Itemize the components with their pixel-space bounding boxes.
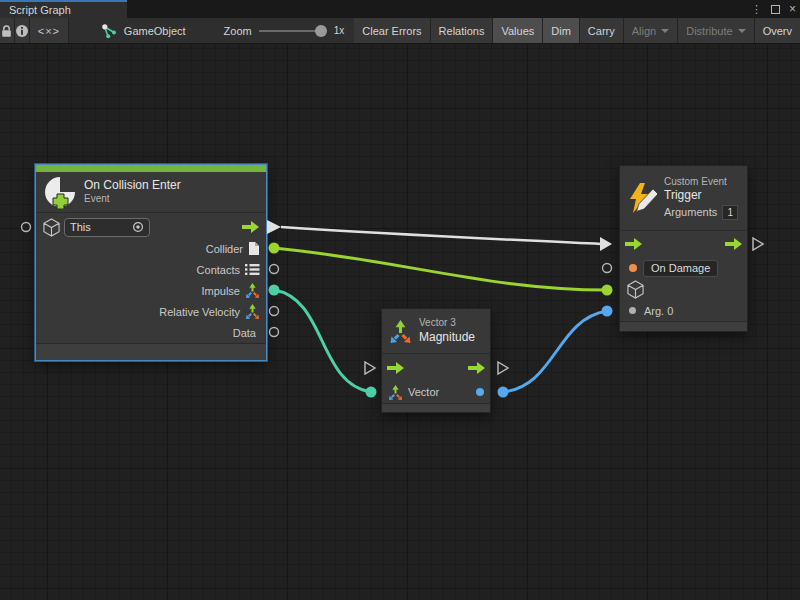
relations-button[interactable]: Relations [431,18,494,43]
graph-target[interactable]: GameObject [69,18,196,43]
event-node-color-strip [36,165,266,172]
zoom-label: Zoom [224,25,252,37]
port-row-contacts[interactable]: Contacts [36,259,266,280]
target-value: This [70,221,128,233]
vector3-icon [245,283,260,298]
code-view-label: <×> [38,25,60,37]
clear-errors-button[interactable]: Clear Errors [354,18,430,43]
zoom-slider-handle[interactable] [315,25,327,37]
dim-toggle[interactable]: Dim [543,18,580,43]
event-name-in-port[interactable] [603,264,612,273]
node-footer [36,343,266,360]
zoom-value: 1x [334,25,345,36]
flow-in-icon [387,362,404,374]
target-row [620,279,747,300]
flow-in-icon [625,238,642,250]
contacts-out-port[interactable] [270,265,279,274]
node-title: On Collision Enter [84,178,181,193]
target-object-field[interactable]: This [64,218,150,237]
chevron-down-icon [661,29,669,33]
wire-arrowhead-icon [600,237,612,251]
vector-input-row[interactable]: Vector [382,381,490,403]
event-control-out-port[interactable] [267,220,281,234]
graph-canvas[interactable]: On Collision Enter Event This [0,44,800,600]
collider-out-port[interactable] [269,243,280,254]
window-menu-icon[interactable]: ⋮ [751,3,762,16]
port-row-impulse[interactable]: Impulse [36,280,266,301]
unity-visual-scripting-window: Script Graph ⋮ × <×> [0,0,800,600]
event-name-field[interactable]: On Damage [643,260,718,277]
node-vector3-magnitude[interactable]: Vector 3 Magnitude Vector [381,308,491,413]
event-node-header: On Collision Enter Event [36,172,266,213]
arguments-count-field[interactable]: 1 [722,205,738,220]
graph-toolbar: <×> GameObject Zoom 1x Clear Errors Rela… [0,18,800,44]
vector-in-port[interactable] [366,387,377,398]
data-out-port[interactable] [270,328,279,337]
node-title: Magnitude [419,330,475,345]
event-target-in-port[interactable] [22,223,31,232]
vector3-icon [388,385,403,400]
port-row-collider[interactable]: Collider [36,238,266,259]
node-subtitle: Event [84,193,181,206]
trigger-target-in-port[interactable] [602,285,613,296]
wire-magnitude-to-arg0[interactable] [503,311,607,392]
port-label: Relative Velocity [159,306,240,318]
node-category: Custom Event [664,176,738,189]
code-view-button[interactable]: <×> [30,18,69,43]
node-category: Vector 3 [419,317,475,330]
flow-out-icon [242,221,259,233]
trigger-control-out-port[interactable] [753,238,763,250]
carry-toggle[interactable]: Carry [580,18,624,43]
value-port-icon [629,307,636,314]
magnitude-control-in-port[interactable] [365,362,375,374]
node-trigger-custom-event[interactable]: Custom Event Trigger Arguments 1 On Dama… [619,165,748,332]
port-label: Data [233,327,256,339]
flow-row [620,231,747,257]
port-label: Collider [206,243,243,255]
target-row: This [36,216,266,238]
tab-script-graph[interactable]: Script Graph [0,0,127,18]
magnitude-control-out-port[interactable] [498,362,508,374]
custom-event-icon [627,182,657,215]
values-toggle[interactable]: Values [493,18,543,43]
list-icon [245,263,260,276]
overview-button[interactable]: Overv [755,18,800,43]
distribute-dropdown[interactable]: Distribute [678,18,754,43]
arg0-in-port[interactable] [602,306,613,317]
flow-row [382,354,490,381]
wire-impulse-to-vector[interactable] [274,290,371,392]
chevron-down-icon [738,29,746,33]
event-icon [43,175,77,209]
wire-collider-to-target[interactable] [274,248,607,290]
impulse-out-port[interactable] [269,285,280,296]
tab-bar: Script Graph ⋮ × [0,0,800,18]
lock-button[interactable] [0,18,15,43]
magnitude-out-port[interactable] [498,387,509,398]
flow-out-icon [725,238,742,250]
align-dropdown[interactable]: Align [624,18,678,43]
zoom-slider[interactable] [259,30,321,32]
relative-velocity-out-port[interactable] [270,307,279,316]
node-on-collision-enter[interactable]: On Collision Enter Event This [35,164,267,361]
wire-control-flow[interactable] [281,227,601,244]
object-picker-icon[interactable] [132,221,144,233]
flow-out-icon [468,362,485,374]
port-row-relative-velocity[interactable]: Relative Velocity [36,301,266,322]
float-output-port[interactable] [476,388,484,396]
window-controls: ⋮ × [751,0,796,18]
lock-icon [0,24,13,38]
gameobject-graph-icon [101,23,117,39]
arg0-label: Arg. 0 [644,305,673,317]
tab-label: Script Graph [9,4,71,16]
string-port-icon [629,264,637,272]
cube-icon [627,280,644,299]
close-icon[interactable]: × [789,2,796,16]
arguments-label: Arguments [664,206,717,220]
port-row-data[interactable]: Data [36,322,266,343]
info-button[interactable] [15,18,30,43]
zoom-control: Zoom 1x [196,18,355,43]
maximize-icon[interactable] [771,5,780,14]
port-label: Vector [408,386,439,398]
port-label: Contacts [197,264,240,276]
event-name-row: On Damage [620,257,747,279]
